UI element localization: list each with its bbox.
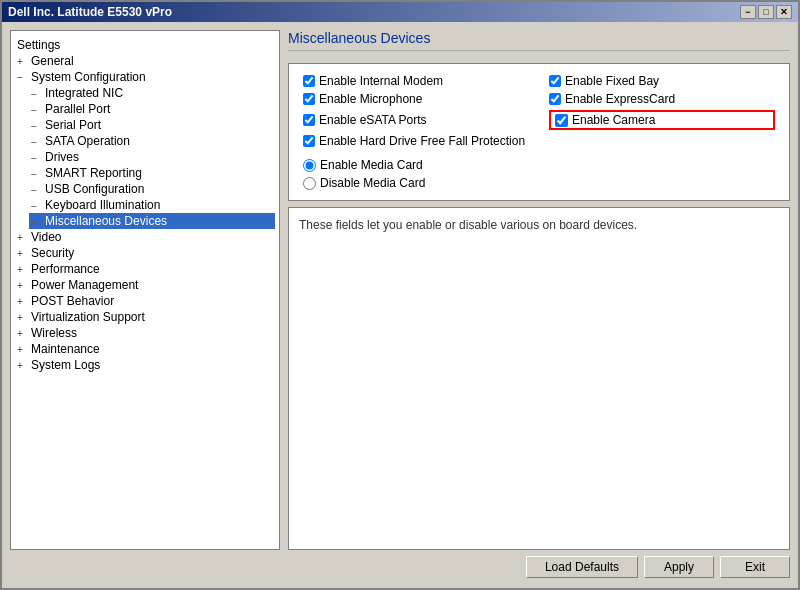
disable-media-card-radio[interactable] [303,177,316,190]
radio-section: Enable Media Card Disable Media Card [303,158,775,190]
virtualization-label: Virtualization Support [31,310,273,324]
title-bar-buttons: − □ ✕ [740,5,792,19]
drives-label: Drives [45,150,79,164]
sidebar-item-miscellaneous-devices[interactable]: – Miscellaneous Devices [29,213,275,229]
section-title: Miscellaneous Devices [288,30,790,51]
checkbox-row-expresscard: Enable ExpressCard [549,92,775,106]
enable-microphone-checkbox[interactable] [303,93,315,105]
enable-hdd-freefall-checkbox[interactable] [303,135,315,147]
dash-misc: – [31,216,45,227]
enable-media-card-radio[interactable] [303,159,316,172]
checkbox-row-internal-modem: Enable Internal Modem [303,74,529,88]
system-logs-label: System Logs [31,358,273,372]
settings-label: Settings [17,38,273,52]
system-config-children: – Integrated NIC – Parallel Port – Seria… [15,85,275,229]
bottom-bar: Load Defaults Apply Exit [10,550,790,580]
post-behavior-label: POST Behavior [31,294,273,308]
smart-reporting-label: SMART Reporting [45,166,142,180]
tree-item-wireless[interactable]: + Wireless [15,325,275,341]
expand-power: + [17,280,31,291]
expand-post: + [17,296,31,307]
sidebar-item-usb-configuration[interactable]: – USB Configuration [29,181,275,197]
exit-button[interactable]: Exit [720,556,790,578]
apply-button[interactable]: Apply [644,556,714,578]
window-title: Dell Inc. Latitude E5530 vPro [8,5,172,19]
sidebar-item-keyboard-illumination[interactable]: – Keyboard Illumination [29,197,275,213]
sidebar-item-drives[interactable]: – Drives [29,149,275,165]
sidebar-item-serial-port[interactable]: – Serial Port [29,117,275,133]
wireless-label: Wireless [31,326,273,340]
maintenance-label: Maintenance [31,342,273,356]
expand-virtualization: + [17,312,31,323]
video-label: Video [31,230,273,244]
dash-integrated: – [31,88,45,99]
performance-label: Performance [31,262,273,276]
expand-video: + [17,232,31,243]
tree-item-virtualization-support[interactable]: + Virtualization Support [15,309,275,325]
disable-media-card-label: Disable Media Card [320,176,425,190]
tree-item-power-management[interactable]: + Power Management [15,277,275,293]
sidebar-item-sata-operation[interactable]: – SATA Operation [29,133,275,149]
left-panel: Settings + General − System Configuratio… [10,30,280,550]
enable-expresscard-label: Enable ExpressCard [565,92,675,106]
radio-row-disable-media-card: Disable Media Card [303,176,775,190]
sata-operation-label: SATA Operation [45,134,130,148]
enable-esata-checkbox[interactable] [303,114,315,126]
main-window: Dell Inc. Latitude E5530 vPro − □ ✕ Sett… [0,0,800,590]
enable-expresscard-checkbox[interactable] [549,93,561,105]
expand-wireless: + [17,328,31,339]
load-defaults-button[interactable]: Load Defaults [526,556,638,578]
checkboxes-container: Enable Internal Modem Enable Fixed Bay E… [288,63,790,201]
enable-internal-modem-label: Enable Internal Modem [319,74,443,88]
checkbox-row-fixed-bay: Enable Fixed Bay [549,74,775,88]
expand-security: + [17,248,31,259]
tree-item-system-configuration[interactable]: − System Configuration [15,69,275,85]
tree-item-maintenance[interactable]: + Maintenance [15,341,275,357]
checkbox-row-esata: Enable eSATA Ports [303,110,529,130]
expand-general: + [17,56,31,67]
sidebar-item-integrated-nic[interactable]: – Integrated NIC [29,85,275,101]
integrated-nic-label: Integrated NIC [45,86,123,100]
tree-item-settings: Settings [15,37,275,53]
maximize-button[interactable]: □ [758,5,774,19]
right-panel: Miscellaneous Devices Enable Internal Mo… [288,30,790,550]
close-button[interactable]: ✕ [776,5,792,19]
enable-microphone-label: Enable Microphone [319,92,422,106]
main-content: Settings + General − System Configuratio… [10,30,790,550]
checkbox-row-microphone: Enable Microphone [303,92,529,106]
usb-config-label: USB Configuration [45,182,144,196]
dash-usb: – [31,184,45,195]
description-box: These fields let you enable or disable v… [288,207,790,550]
tree-item-post-behavior[interactable]: + POST Behavior [15,293,275,309]
expand-system-config: − [17,72,31,83]
tree-item-video[interactable]: + Video [15,229,275,245]
expand-maintenance: + [17,344,31,355]
expand-system-logs: + [17,360,31,371]
tree-item-security[interactable]: + Security [15,245,275,261]
description-text: These fields let you enable or disable v… [299,218,637,232]
checkbox-row-camera: Enable Camera [549,110,775,130]
checkboxes-grid: Enable Internal Modem Enable Fixed Bay E… [303,74,775,148]
dash-sata: – [31,136,45,147]
tree-item-system-logs[interactable]: + System Logs [15,357,275,373]
general-label: General [31,54,273,68]
tree-item-performance[interactable]: + Performance [15,261,275,277]
window-body: Settings + General − System Configuratio… [2,22,798,588]
dash-keyboard: – [31,200,45,211]
keyboard-label: Keyboard Illumination [45,198,160,212]
checkbox-row-hard-drive-free-fall: Enable Hard Drive Free Fall Protection [303,134,529,148]
sidebar-item-smart-reporting[interactable]: – SMART Reporting [29,165,275,181]
minimize-button[interactable]: − [740,5,756,19]
enable-camera-checkbox[interactable] [555,114,568,127]
title-bar: Dell Inc. Latitude E5530 vPro − □ ✕ [2,2,798,22]
enable-fixed-bay-label: Enable Fixed Bay [565,74,659,88]
enable-fixed-bay-checkbox[interactable] [549,75,561,87]
tree-item-general[interactable]: + General [15,53,275,69]
security-label: Security [31,246,273,260]
dash-parallel: – [31,104,45,115]
sidebar-item-parallel-port[interactable]: – Parallel Port [29,101,275,117]
parallel-port-label: Parallel Port [45,102,110,116]
enable-internal-modem-checkbox[interactable] [303,75,315,87]
radio-row-enable-media-card: Enable Media Card [303,158,775,172]
system-config-label: System Configuration [31,70,273,84]
